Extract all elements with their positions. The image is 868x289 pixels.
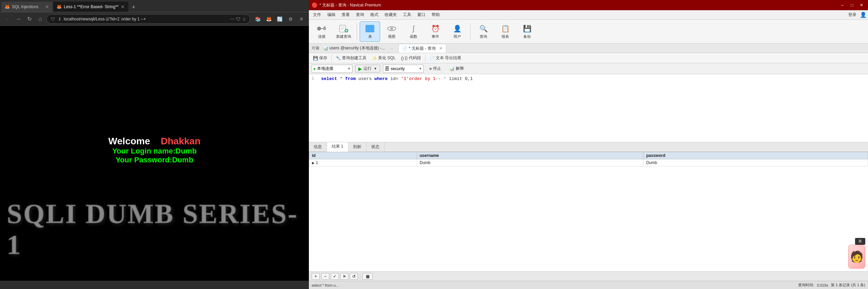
svg-rect-11 (366, 25, 374, 32)
extensions-icon[interactable]: ⚙ (286, 14, 295, 24)
toolbar-query[interactable]: 🔍 查询 (473, 21, 494, 42)
svg-point-16 (390, 27, 393, 30)
tab-sql-injections[interactable]: 🦊 SQL Injections ✕ (1, 2, 53, 12)
code-label: () 代码段 (405, 55, 421, 61)
text-export-action[interactable]: 📄 文本·导出结果 (428, 54, 463, 62)
explain-button[interactable]: 📊 解释 (447, 65, 467, 72)
menu-file[interactable]: 文件 (310, 11, 324, 18)
sql-space: ' (444, 76, 449, 81)
close-button[interactable]: ✕ (858, 2, 865, 8)
toolbar-function[interactable]: ∫ 函数 (403, 21, 424, 42)
tab-bar: 🦊 SQL Injections ✕ 🦊 Less-1 **Error Base… (0, 0, 309, 12)
more-icon[interactable]: ≡ (297, 14, 306, 24)
forward-button[interactable]: → (14, 14, 23, 24)
query-tab-label: * 无标题 - 查询 (409, 46, 436, 51)
toolbar-view-label: 视图 (388, 34, 395, 39)
toolbar-event[interactable]: ⏰ 事件 (425, 21, 446, 42)
refresh-btn[interactable]: ↺ (350, 273, 358, 280)
text-icon: 📄 (430, 56, 435, 61)
url-dots-icon[interactable]: ··· (230, 16, 235, 22)
reload-button[interactable]: ↻ (25, 14, 34, 24)
grid-btn[interactable]: ▦ (362, 273, 373, 280)
password-line: Your Password:Dumb (108, 156, 200, 164)
home-button[interactable]: ⌂ (35, 14, 45, 24)
query-tab-close[interactable]: ✕ (439, 46, 443, 51)
beautify-label: 美化 SQL (378, 55, 395, 61)
stop-icon: ■ (429, 66, 432, 71)
tab-close-less1[interactable]: ✕ (121, 4, 125, 10)
code-snippet-action[interactable]: () () 代码段 (399, 54, 423, 62)
minimize-button[interactable]: ─ (839, 2, 846, 8)
menu-edit[interactable]: 编辑 (325, 11, 338, 18)
apply-btn[interactable]: ✓ (331, 273, 339, 280)
beautify-action[interactable]: ✨ 美化 SQL (370, 54, 398, 62)
login-button[interactable]: 登录 (845, 11, 859, 18)
maximize-button[interactable]: □ (848, 2, 856, 8)
tab-status[interactable]: 状态 (366, 142, 385, 152)
toolbar-user[interactable]: 👤 用户 (447, 21, 467, 42)
menu-view[interactable]: 查看 (339, 11, 353, 18)
tab-less1[interactable]: 🦊 Less-1 **Error Based- String** ✕ (53, 2, 128, 12)
function-icon: ∫ (408, 24, 419, 33)
sql-field: id= (390, 76, 398, 81)
connection-select-arrow: ▼ (347, 67, 351, 70)
navicat-statusbar: select * from u... 查询时间: 0.019s 第 1 条记录 … (309, 281, 868, 289)
browser-content: Welcome Dhakkan Your Login name:Dumb You… (0, 26, 309, 281)
tab-profiling[interactable]: 剖析 (348, 142, 366, 152)
anime-badge: 英 (855, 238, 865, 245)
row-arrow-icon: ▶ (312, 161, 315, 165)
anime-icon: 🧑 (850, 250, 864, 263)
results-panel: 信息 结果 1 剖析 状态 id username password ▶ 1 (309, 142, 868, 281)
query-icon: 🔍 (478, 24, 489, 33)
navicat-title: * 无标题 - 查询 - Navicat Premium (319, 2, 837, 8)
toolbar-function-label: 函数 (410, 34, 417, 39)
connection-item[interactable]: 📊 users @security (本地连接) -... (321, 45, 387, 52)
back-button[interactable]: ← (3, 14, 12, 24)
status-record-info: 第 1 条记录 (共 1 条) (831, 283, 865, 288)
sync-icon[interactable]: 🔄 (275, 14, 284, 24)
navicat-app-icon: 🔴 (312, 2, 317, 8)
toolbar-new-query[interactable]: 新建查询 (333, 21, 354, 42)
action-sep-2 (425, 55, 425, 62)
query-tab[interactable]: 📄 * 无标题 - 查询 ✕ (399, 44, 446, 53)
toolbar-backup-label: 备份 (523, 34, 531, 39)
stop-button[interactable]: ■ 停止 (426, 65, 444, 72)
menu-format[interactable]: 格式 (368, 11, 381, 18)
toolbar-sep-1 (357, 23, 357, 40)
col-header-username[interactable]: username (417, 152, 643, 159)
tab-info[interactable]: 信息 (309, 142, 327, 152)
toolbar-report[interactable]: 📋 报表 (495, 21, 515, 42)
delete-row-btn[interactable]: − (321, 273, 329, 280)
pocket-icon[interactable]: 🦊 (264, 14, 273, 24)
db-select[interactable]: 🗄 security ▼ (383, 65, 424, 73)
shield-icon: 🛡 (236, 16, 241, 22)
toolbar-view[interactable]: 视图 (381, 21, 402, 42)
new-tab-button[interactable]: + (129, 2, 138, 12)
bookmark-icon[interactable]: ☆ (242, 16, 246, 22)
create-tool-icon: 🔧 (336, 56, 341, 61)
library-icon[interactable]: 📚 (253, 14, 263, 24)
svg-point-2 (323, 27, 326, 30)
run-button[interactable]: ▶ 运行 ▼ (355, 65, 380, 73)
menu-tools[interactable]: 工具 (400, 11, 414, 18)
discard-btn[interactable]: ✕ (340, 273, 348, 280)
navicat-menubar: 文件 编辑 查看 查询 格式 收藏夹 工具 窗口 帮助 登录 👤 (309, 10, 868, 20)
create-tool-action[interactable]: 🔧 查询创建工具 (334, 54, 369, 62)
url-bar[interactable]: 🛡 ℹ localhost/newsqli/Less-1/?id=1' orde… (46, 14, 250, 24)
connection-select[interactable]: ● 本地连接 ▼ (312, 65, 353, 73)
menu-query[interactable]: 查询 (353, 11, 367, 18)
tab-close-sql[interactable]: ✕ (45, 4, 49, 10)
sql-editor[interactable]: 1 select * from users where id= '1'order… (309, 74, 868, 142)
menu-help[interactable]: 帮助 (429, 11, 443, 18)
add-row-btn[interactable]: + (312, 273, 320, 280)
col-header-password[interactable]: password (643, 152, 868, 159)
connection-select-icon: ● (313, 66, 316, 71)
menu-window[interactable]: 窗口 (415, 11, 428, 18)
col-header-id[interactable]: id (309, 152, 417, 159)
tab-result1[interactable]: 结果 1 (327, 142, 348, 152)
menu-favorites[interactable]: 收藏夹 (382, 11, 400, 18)
toolbar-connect[interactable]: 连接 (312, 21, 332, 42)
toolbar-backup[interactable]: 💾 备份 (517, 21, 537, 42)
toolbar-table[interactable]: 表 (360, 21, 380, 42)
save-action[interactable]: 💾 保存 (311, 54, 329, 62)
